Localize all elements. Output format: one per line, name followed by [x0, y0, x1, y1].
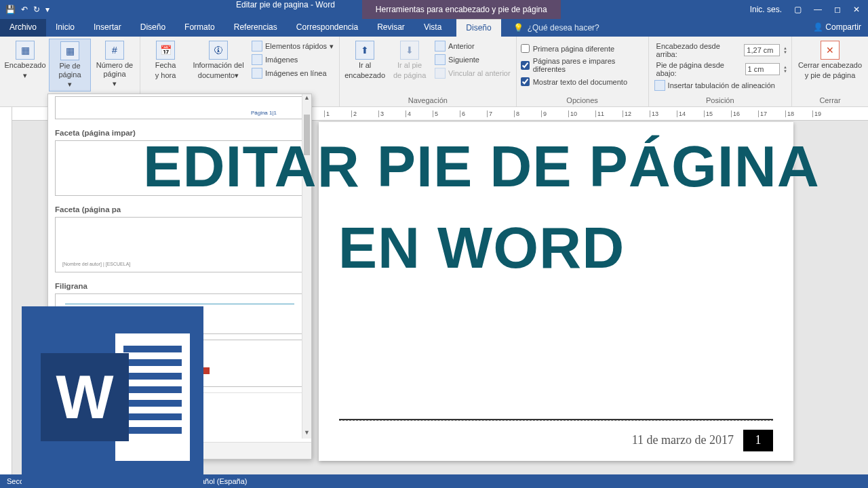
tab-home[interactable]: Inicio — [46, 19, 84, 37]
gallery-heading: Faceta (página pa — [48, 201, 311, 215]
gallery-heading: Filigrana — [48, 278, 311, 291]
footer-icon: ▦ — [60, 41, 79, 60]
gallery-item[interactable]: Página 1|1 — [55, 96, 304, 119]
footer-from-bottom-row: Pie de página desde abajo: 1 cm ▲▼ — [653, 60, 787, 78]
goto-footer-icon: ⬇ — [400, 41, 419, 60]
calendar-icon: 📅 — [156, 41, 175, 60]
share-button[interactable]: 👤 Compartir — [806, 19, 868, 37]
window-controls: Inic. ses. ▢ — ◻ ✕ — [742, 5, 868, 14]
images-button[interactable]: Imágenes — [250, 54, 335, 66]
ribbon-tabs: Archivo Inicio Insertar Diseño Formato R… — [0, 19, 868, 37]
online-images-button[interactable]: Imágenes en línea — [250, 67, 335, 79]
quick-parts-icon — [252, 41, 262, 52]
different-odd-even-checkbox[interactable]: Páginas pares e impares diferentes — [521, 56, 644, 75]
save-icon[interactable]: 💾 — [5, 5, 16, 14]
tab-references[interactable]: Referencias — [224, 19, 287, 37]
close-icon: ✕ — [821, 41, 840, 60]
tab-mailings[interactable]: Correspondencia — [287, 19, 368, 37]
tab-context-design[interactable]: Diseño — [456, 19, 500, 37]
quick-parts-button[interactable]: Elementos rápidos▾ — [250, 40, 335, 52]
close-header-footer-button[interactable]: ✕ Cerrar encabezado y pie de página — [796, 39, 864, 81]
scroll-down-icon[interactable]: ▼ — [302, 429, 311, 439]
scroll-up-icon[interactable]: ▲ — [302, 94, 311, 104]
ribbon-display-icon[interactable]: ▢ — [794, 5, 802, 14]
tell-me-search[interactable]: 💡 ¿Qué desea hacer? — [501, 19, 806, 37]
goto-header-icon: ⬆ — [355, 41, 374, 60]
gallery-item[interactable] — [55, 140, 304, 196]
spinner-arrows[interactable]: ▲▼ — [783, 46, 787, 54]
online-images-icon — [252, 68, 262, 79]
tab-file[interactable]: Archivo — [0, 19, 46, 37]
document-info-icon: 🛈 — [209, 41, 228, 60]
footer-page-number: 1 — [743, 430, 773, 451]
ribbon-group-navigation: ⬆ Ir al encabezado ⬇ Ir al pie de página… — [340, 37, 517, 106]
footer-from-bottom-input[interactable]: 1 cm — [745, 63, 780, 75]
gallery-heading: Faceta (página impar) — [48, 125, 311, 138]
sign-in-link[interactable]: Inic. ses. — [750, 5, 782, 14]
ribbon-group-close: ✕ Cerrar encabezado y pie de página Cerr… — [792, 37, 868, 106]
maximize-icon[interactable]: ◻ — [834, 5, 841, 14]
minimize-icon[interactable]: — — [814, 5, 822, 14]
word-logo: W — [22, 306, 203, 488]
link-icon — [435, 68, 446, 79]
insert-alignment-tab-button[interactable]: Insertar tabulación de alineación — [653, 79, 787, 92]
header-icon: ▦ — [16, 41, 35, 60]
scrollbar-thumb[interactable] — [304, 115, 310, 155]
document-page[interactable]: 11 de marzo de 2017 1 — [319, 122, 793, 461]
ribbon-group-position: Encabezado desde arriba: 1,27 cm ▲▼ Pie … — [649, 37, 792, 106]
tab-view[interactable]: Vista — [414, 19, 451, 37]
goto-footer-button: ⬇ Ir al pie de página — [389, 39, 431, 81]
qat-customize-icon[interactable]: ▾ — [45, 5, 50, 14]
footer-date: 11 de marzo de 2017 — [632, 433, 734, 447]
date-time-button[interactable]: 📅 Fecha y hora — [144, 39, 186, 81]
next-button[interactable]: Siguiente — [433, 54, 512, 66]
tab-insert[interactable]: Insertar — [84, 19, 131, 37]
footer-button[interactable]: ▦ Pie de página▾ — [49, 39, 91, 92]
document-info-button[interactable]: 🛈 Información del documento▾ — [189, 39, 248, 81]
title-bar: 💾 ↶ ↻ ▾ Editar pie de pagina - Word Herr… — [0, 0, 868, 19]
tab-design[interactable]: Diseño — [131, 19, 175, 37]
goto-header-button[interactable]: ⬆ Ir al encabezado — [344, 39, 386, 81]
alignment-tab-icon — [654, 80, 665, 91]
page-number-icon: # — [105, 41, 124, 60]
quick-access-toolbar: 💾 ↶ ↻ ▾ — [0, 5, 55, 14]
header-button[interactable]: ▦ Encabezado▾ — [4, 39, 46, 81]
show-document-text-checkbox[interactable]: Mostrar texto del documento — [521, 76, 644, 87]
header-from-top-row: Encabezado desde arriba: 1,27 cm ▲▼ — [653, 41, 787, 59]
share-icon: 👤 — [813, 22, 823, 32]
previous-icon — [435, 41, 446, 52]
page-footer-area[interactable]: 11 de marzo de 2017 1 — [339, 420, 773, 454]
link-previous-button: Vincular al anterior — [433, 67, 512, 79]
spinner-arrows[interactable]: ▲▼ — [783, 65, 787, 73]
gallery-item[interactable]: [Nombre del autor] | [ESCUELA] — [55, 217, 304, 272]
document-title: Editar pie de pagina - Word — [236, 0, 335, 19]
page-number-button[interactable]: # Número de página▾ — [94, 39, 136, 90]
gallery-scrollbar[interactable]: ▲ ▼ — [302, 94, 311, 439]
word-logo-letter: W — [41, 353, 129, 441]
next-icon — [435, 54, 446, 65]
tab-format[interactable]: Formato — [175, 19, 224, 37]
vertical-ruler — [0, 107, 12, 474]
close-window-icon[interactable]: ✕ — [853, 5, 860, 14]
previous-button[interactable]: Anterior — [433, 40, 512, 52]
images-icon — [252, 54, 262, 65]
redo-icon[interactable]: ↻ — [33, 5, 40, 14]
tab-review[interactable]: Revisar — [368, 19, 414, 37]
ribbon-group-options: Primera página diferente Páginas pares e… — [517, 37, 649, 106]
undo-icon[interactable]: ↶ — [21, 5, 28, 14]
context-tools-title: Herramientas para encabezado y pie de pá… — [362, 0, 561, 19]
lightbulb-icon: 💡 — [513, 23, 524, 33]
header-from-top-input[interactable]: 1,27 cm — [744, 44, 780, 56]
different-first-page-checkbox[interactable]: Primera página diferente — [521, 43, 644, 54]
